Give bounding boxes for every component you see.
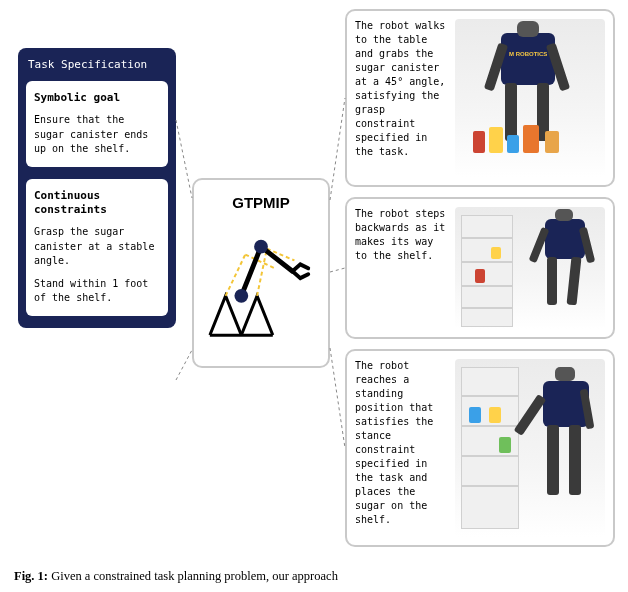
symbolic-goal-title: Symbolic goal [34,91,160,105]
task-spec-title: Task Specification [26,58,168,71]
figure-caption: Fig. 1: Given a constrained task plannin… [14,569,614,584]
symbolic-goal-card: Symbolic goal Ensure that the sugar cani… [26,81,168,167]
svg-line-11 [330,98,345,200]
gtpmip-title: GTPMIP [194,194,328,211]
continuous-constraints-card: Continuous constraints Grasp the sugar c… [26,179,168,316]
step-2-card: The robot steps backwards as it makes it… [345,197,615,339]
robot-badge-text: M ROBOTICS [509,51,547,57]
robot-arm-icon [202,221,320,351]
step-3-image [455,359,605,537]
svg-line-10 [176,350,192,380]
figure-label: Fig. 1: [14,569,48,583]
step-3-card: The robot reaches a standing position th… [345,349,615,547]
svg-line-13 [330,348,345,448]
continuous-constraints-title: Continuous constraints [34,189,160,218]
figure-caption-text: Given a constrained task planning proble… [48,569,338,583]
step-2-image [455,207,605,329]
step-3-text: The robot reaches a standing position th… [355,359,447,537]
svg-line-9 [176,120,192,198]
continuous-constraints-text-2: Stand within 1 foot of the shelf. [34,277,160,306]
symbolic-goal-text: Ensure that the sugar canister ends up o… [34,113,160,157]
right-column: The robot walks to the table and grabs t… [345,9,615,557]
step-1-card: The robot walks to the table and grabs t… [345,9,615,187]
svg-line-12 [330,268,345,272]
continuous-constraints-text-1: Grasp the sugar canister at a stable ang… [34,225,160,269]
step-1-text: The robot walks to the table and grabs t… [355,19,447,177]
step-2-text: The robot steps backwards as it makes it… [355,207,447,329]
gtpmip-card: GTPMIP [192,178,330,368]
step-1-image: M ROBOTICS [455,19,605,177]
task-specification-panel: Task Specification Symbolic goal Ensure … [18,48,176,328]
svg-point-8 [254,240,268,254]
svg-point-7 [234,289,248,303]
